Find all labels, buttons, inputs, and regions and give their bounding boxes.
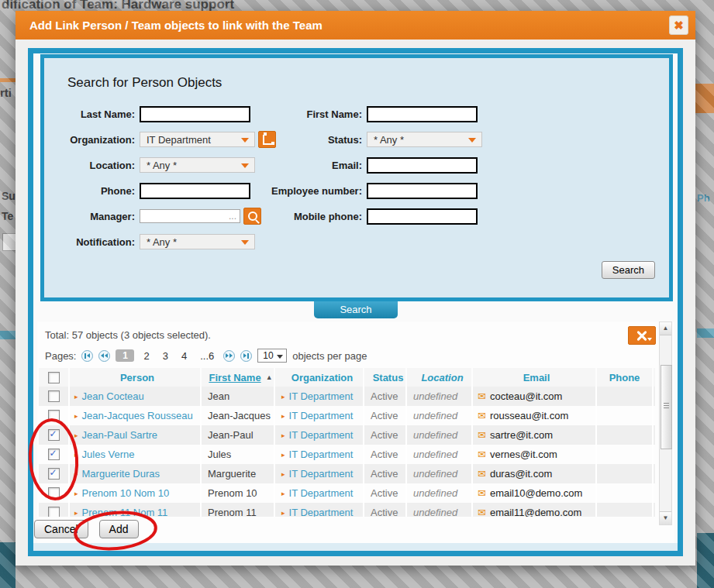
select-value: * Any *	[374, 134, 404, 146]
organization-link[interactable]: IT Department	[289, 507, 354, 517]
person-link[interactable]: Prenom 11 Nom 11	[82, 507, 168, 517]
dialog-titlebar: Add Link Person / Team objects to link w…	[16, 11, 695, 40]
organization-cell: ▸IT Department	[275, 425, 364, 445]
scroll-down-icon[interactable]: ▼	[660, 511, 671, 524]
row-checkbox-cell	[39, 387, 70, 406]
first-name-cell: Jean	[202, 387, 275, 406]
frame-bottom-strip	[33, 543, 678, 551]
scrollbar-thumb[interactable]	[661, 365, 672, 449]
organization-link[interactable]: IT Department	[289, 449, 354, 460]
row-checkbox[interactable]	[48, 507, 60, 517]
manager-autocomplete-field[interactable]: ...	[140, 209, 240, 223]
person-cell: ▸Jean Cocteau	[70, 387, 202, 406]
row-checkbox[interactable]	[48, 390, 60, 402]
column-header-email[interactable]: Email	[473, 368, 597, 387]
email-text: sartre@it.com	[490, 429, 553, 441]
row-checkbox-cell	[39, 483, 70, 503]
organization-link[interactable]: IT Department	[289, 410, 354, 421]
email-cell: ✉cocteau@it.com	[473, 387, 597, 406]
organization-select[interactable]: IT Department	[140, 132, 255, 147]
add-button[interactable]: Add	[99, 520, 139, 538]
search-field-row: Organization:IT Department	[48, 132, 276, 147]
person-link[interactable]: Marguerite Duras	[82, 468, 160, 480]
vertical-scrollbar[interactable]: ▲ ▼	[659, 322, 672, 525]
person-link[interactable]: Jean Cocteau	[82, 390, 144, 402]
select-value: * Any *	[147, 236, 177, 248]
table-row: ▸Jean CocteauJean▸IT DepartmentActiveund…	[39, 387, 655, 406]
status-cell: Active	[364, 425, 407, 445]
phone-field[interactable]	[140, 183, 250, 199]
cancel-button[interactable]: Cancel	[34, 520, 88, 538]
status-cell: Active	[364, 406, 407, 425]
add-link-dialog: Add Link Person / Team objects to link w…	[16, 11, 695, 566]
table-row: ▸Marguerite DurasMarguerite▸IT Departmen…	[39, 464, 655, 483]
field-label: Manager:	[48, 211, 140, 222]
page-link[interactable]: 3	[159, 350, 172, 362]
page-size-select[interactable]: 10	[257, 349, 287, 363]
person-cell: ▸Jean-Jacques Rousseau	[70, 406, 202, 425]
page-link[interactable]: 2	[140, 350, 153, 362]
column-header-location[interactable]: Location	[407, 368, 473, 387]
location-cell: undefined	[407, 464, 473, 483]
phone-cell	[597, 445, 654, 464]
table-config-icon[interactable]	[628, 326, 656, 345]
first-page-icon[interactable]	[81, 350, 93, 362]
organization-link[interactable]: IT Department	[289, 468, 354, 480]
status-cell: Active	[364, 445, 407, 464]
last-page-icon[interactable]	[240, 350, 252, 362]
email-text: cocteau@it.com	[490, 390, 562, 402]
column-header-first-name[interactable]: First Name▲	[202, 368, 275, 387]
column-header-status[interactable]: Status	[364, 368, 407, 387]
row-checkbox[interactable]	[48, 487, 60, 499]
location-cell: undefined	[407, 406, 473, 425]
row-checkbox[interactable]	[48, 410, 60, 421]
column-header-phone[interactable]: Phone	[597, 368, 654, 387]
status-select[interactable]: * Any *	[367, 132, 482, 147]
row-checkbox[interactable]	[48, 468, 60, 480]
organization-cell: ▸IT Department	[275, 483, 364, 503]
location-select[interactable]: * Any *	[140, 157, 255, 173]
organization-link[interactable]: IT Department	[289, 390, 354, 402]
mail-icon: ✉	[478, 449, 486, 460]
search-panel-title: Search for Person Objects	[67, 75, 222, 91]
select-all-checkbox[interactable]	[48, 372, 60, 383]
first-name-cell: Prenom 11	[202, 503, 275, 517]
search-button[interactable]: Search	[602, 261, 655, 279]
results-panel: Total: 57 objects (3 objects selected). …	[37, 322, 674, 543]
page-link[interactable]: ...6	[196, 350, 218, 362]
organization-cell: ▸IT Department	[275, 503, 364, 517]
prev-page-icon[interactable]	[98, 350, 110, 362]
email-field[interactable]	[367, 157, 478, 174]
person-link[interactable]: Prenom 10 Nom 10	[82, 487, 170, 499]
first-name-field[interactable]	[367, 106, 478, 122]
bullet-icon: ▸	[74, 412, 78, 420]
email-text: email10@demo.com	[490, 487, 582, 499]
person-link[interactable]: Jules Verne	[82, 449, 135, 460]
scroll-up-icon[interactable]: ▲	[660, 322, 671, 335]
column-header-organization[interactable]: Organization	[275, 368, 364, 387]
search-field-row: Phone:	[48, 183, 276, 198]
search-collapse-tab[interactable]: Search	[314, 301, 398, 318]
last-name-field[interactable]	[140, 106, 250, 122]
column-header-label: Organization	[291, 372, 353, 383]
status-cell: Active	[364, 464, 407, 483]
notification-select[interactable]: * Any *	[140, 234, 255, 249]
page-link[interactable]: 4	[178, 350, 191, 362]
close-icon[interactable]: ✖	[669, 15, 688, 35]
organization-link[interactable]: IT Department	[289, 429, 354, 441]
email-text: vernes@it.com	[490, 449, 557, 460]
organization-link[interactable]: IT Department	[289, 487, 354, 499]
person-link[interactable]: Jean-Paul Sartre	[82, 429, 158, 441]
phone-cell	[597, 425, 654, 445]
mobile-phone-field[interactable]	[367, 208, 478, 225]
row-checkbox[interactable]	[48, 429, 60, 441]
column-header-person[interactable]: Person	[70, 368, 202, 387]
bullet-icon: ▸	[74, 509, 78, 517]
first-name-cell: Prenom 10	[202, 483, 275, 503]
next-page-icon[interactable]	[223, 350, 235, 362]
row-checkbox[interactable]	[48, 449, 60, 460]
person-link[interactable]: Jean-Jacques Rousseau	[82, 410, 193, 421]
email-cell: ✉rousseau@it.com	[473, 406, 597, 425]
employee-number-field[interactable]	[367, 183, 478, 199]
bullet-icon: ▸	[74, 393, 78, 401]
